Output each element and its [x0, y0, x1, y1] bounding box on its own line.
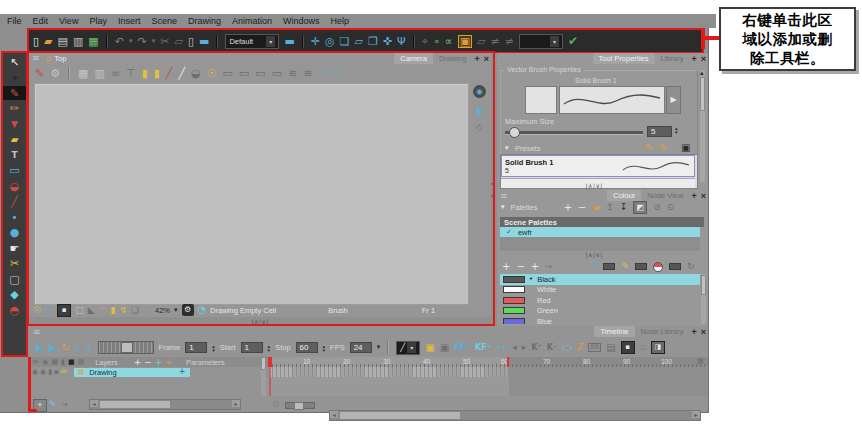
- lock-column-icon[interactable]: ▮: [61, 359, 65, 366]
- rotate-canvas-icon[interactable]: ≋: [288, 68, 297, 79]
- workspace-dropdown-icon[interactable]: ▾: [266, 36, 275, 47]
- brush-stroke-preview[interactable]: [559, 86, 665, 114]
- status-gear-button[interactable]: ⚙: [182, 304, 194, 316]
- save-all-icon[interactable]: ▥: [73, 36, 83, 47]
- workspace-edit-icon[interactable]: ▬: [284, 36, 294, 47]
- extra-column-icon[interactable]: ▤: [78, 359, 85, 366]
- static-transform-icon[interactable]: ⊤: [126, 68, 136, 79]
- menu-drawing[interactable]: Drawing: [188, 16, 221, 26]
- black-bg-toggle[interactable]: ▪: [57, 304, 71, 317]
- lock-icon[interactable]: ▮: [110, 306, 115, 315]
- line-colour-swatch[interactable]: [603, 263, 615, 270]
- expand-all-icon[interactable]: ≫: [32, 359, 39, 366]
- frame-marker2-icon[interactable]: ≠: [505, 36, 514, 47]
- sound-display-icon[interactable]: ▣: [440, 343, 449, 353]
- scale-tool-icon[interactable]: ❏: [340, 36, 350, 47]
- menu-help[interactable]: Help: [331, 16, 350, 26]
- bulb-icon[interactable]: ☉: [207, 68, 217, 79]
- transform-tool-icon[interactable]: ➤: [9, 72, 21, 84]
- panel-menu-icon[interactable]: ≡: [33, 328, 41, 337]
- add-layer-button[interactable]: +: [134, 358, 142, 367]
- refresh-icon[interactable]: ↻: [687, 262, 695, 271]
- splitter-collapse-icons[interactable]: ∣∧∣∨∣: [251, 318, 269, 325]
- frame-ruler[interactable]: 10 20 30 40 50 60 70 80 90 100: [268, 357, 708, 367]
- panel-menu-icon[interactable]: ≡: [32, 54, 40, 63]
- line-style-select[interactable]: ╱▾: [396, 341, 420, 355]
- contour-editor-tool-icon[interactable]: ✂: [10, 258, 19, 269]
- brush-tip-preview[interactable]: [525, 86, 557, 114]
- onion-range-icon[interactable]: 88: [588, 343, 601, 352]
- reset-view-icon[interactable]: ◇: [476, 123, 483, 132]
- preset-item-selected[interactable]: Solid Brush 1 5: [501, 155, 695, 177]
- line-colour-icon[interactable]: ✎: [590, 262, 598, 271]
- redo-dropdown-icon[interactable]: ▾: [152, 38, 156, 45]
- preset-menu-icon[interactable]: ▣: [681, 143, 690, 153]
- jog-shuttle[interactable]: [98, 341, 154, 354]
- add-view-button[interactable]: +: [689, 327, 698, 337]
- paint-tool-icon[interactable]: ◒: [10, 181, 20, 192]
- menu-view[interactable]: View: [59, 16, 78, 26]
- add-parameter-icon[interactable]: +: [179, 368, 186, 376]
- relink-icon[interactable]: ▬: [199, 36, 209, 47]
- scrollbar[interactable]: [701, 274, 706, 324]
- eraser-tool-icon[interactable]: ▰: [11, 135, 19, 145]
- brush-settings-icon[interactable]: ✎: [35, 68, 44, 79]
- layers-icon[interactable]: ❏: [131, 306, 139, 315]
- frame-marker-icon[interactable]: ≠: [491, 36, 500, 47]
- green-check-icon[interactable]: ✔: [568, 35, 578, 47]
- layer-solo-icon[interactable]: ◉: [40, 369, 46, 376]
- scroll-up-icon[interactable]: ▴: [700, 70, 704, 77]
- frames-hscrollbar[interactable]: ◂ ▸: [329, 410, 701, 421]
- show-deformers-icon[interactable]: ∘: [433, 36, 440, 47]
- colour-row-white[interactable]: White: [500, 285, 700, 296]
- timeline-zoom-slider[interactable]: [285, 402, 315, 409]
- brush-preview-expand-button[interactable]: ▶: [666, 86, 681, 114]
- rotate-view-icon[interactable]: ◗: [477, 105, 483, 116]
- half-cell-toggle[interactable]: ◨: [651, 341, 665, 354]
- remove-colour-icon[interactable]: −: [516, 262, 524, 272]
- palette-link-icon[interactable]: ⊘: [653, 203, 661, 212]
- layer-edit-icon[interactable]: ✏: [61, 368, 68, 376]
- fps-field[interactable]: 24: [350, 342, 372, 353]
- close-view-button[interactable]: ×: [699, 191, 708, 201]
- add-keyframe-icon[interactable]: KF⁺: [454, 344, 470, 352]
- fps-dropdown-icon[interactable]: ▾: [377, 344, 381, 351]
- lightning-icon[interactable]: ↯: [119, 306, 127, 315]
- menu-edit[interactable]: Edit: [33, 16, 49, 26]
- expose-plus-icon[interactable]: K⁺: [531, 344, 541, 352]
- maximum-size-slider[interactable]: [505, 131, 643, 135]
- colour-row-black[interactable]: • Black: [500, 274, 700, 285]
- maximum-size-slider-handle[interactable]: [509, 127, 520, 138]
- camera-view-mode-icon[interactable]: ◉: [473, 85, 486, 98]
- refresh-spinner-icon[interactable]: ◔: [198, 305, 207, 315]
- expose-minus-icon[interactable]: K⁻: [547, 344, 557, 352]
- link-palette-icon[interactable]: ▰: [592, 203, 600, 213]
- sound-scrub-button[interactable]: ♪: [86, 343, 92, 353]
- text-tool-icon[interactable]: T: [11, 151, 17, 160]
- palettes-collapse-icon[interactable]: ▾: [501, 204, 505, 211]
- delete-keyframe-icon[interactable]: KF⁻: [475, 344, 491, 352]
- palette-search-icon[interactable]: ⊙: [667, 203, 675, 212]
- undo-dropdown-icon[interactable]: ▾: [129, 38, 133, 45]
- stamp-tool-icon[interactable]: ▼: [11, 120, 18, 129]
- brush-tool-icon[interactable]: ✎: [10, 88, 19, 99]
- layer-row-drawing[interactable]: ◉ ◉ ▮ ▪ ✏ ▤ Drawing +: [29, 367, 271, 377]
- camera-workspace[interactable]: [34, 83, 469, 305]
- pencil-tool-icon[interactable]: ✏: [10, 103, 19, 114]
- layer-colour-icon[interactable]: ▪: [54, 369, 59, 376]
- panel-splitter-icons[interactable]: ∣∧∣∨∣: [585, 252, 603, 258]
- play-button[interactable]: ▶: [36, 343, 44, 353]
- show-hide-icon[interactable]: ◉: [42, 359, 48, 366]
- horizontal-splitter[interactable]: ∣∧∣∨∣: [29, 317, 491, 326]
- bicolour-swatch[interactable]: [669, 263, 681, 270]
- new-scene-icon[interactable]: ▯: [33, 36, 39, 47]
- sound-button[interactable]: ♪: [75, 343, 81, 353]
- maximum-size-field[interactable]: 5: [647, 126, 672, 137]
- tab-node-library[interactable]: Node Library: [635, 326, 690, 337]
- save-version-icon[interactable]: ▦: [88, 36, 98, 47]
- rotate-tool-icon[interactable]: ◎: [325, 36, 335, 47]
- collapse-right-icon[interactable]: ›: [491, 193, 494, 200]
- cutter-tool-icon[interactable]: ☛: [10, 243, 20, 254]
- layer-name-bar[interactable]: ▤ Drawing +: [74, 368, 190, 377]
- start-field[interactable]: 1: [241, 342, 263, 353]
